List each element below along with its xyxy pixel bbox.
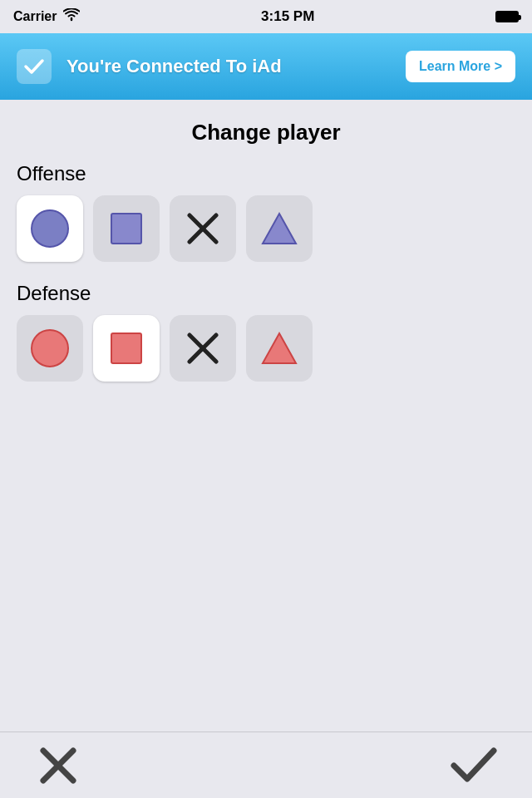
defense-x-button[interactable] xyxy=(170,315,236,382)
defense-section: Defense xyxy=(17,282,515,382)
defense-label: Defense xyxy=(17,282,515,305)
svg-rect-1 xyxy=(111,214,141,244)
offense-square-button[interactable] xyxy=(93,195,160,262)
offense-label: Offense xyxy=(17,162,515,185)
offense-circle-button[interactable] xyxy=(17,195,83,262)
offense-triangle-button[interactable] xyxy=(246,195,313,262)
offense-grid xyxy=(17,195,515,262)
svg-point-0 xyxy=(32,210,68,247)
battery-icon xyxy=(495,11,519,22)
offense-section: Offense xyxy=(17,162,515,262)
svg-marker-9 xyxy=(263,333,296,363)
main-content: Change player Offense xyxy=(0,100,532,382)
page-title: Change player xyxy=(17,120,515,145)
svg-point-5 xyxy=(32,330,68,367)
defense-grid xyxy=(17,315,515,382)
clock: 3:15 PM xyxy=(261,8,314,25)
status-bar: Carrier 3:15 PM xyxy=(0,0,532,33)
defense-circle-button[interactable] xyxy=(17,315,83,382)
svg-rect-6 xyxy=(111,333,141,363)
bottom-toolbar xyxy=(0,732,532,798)
learn-more-button[interactable]: Learn More > xyxy=(406,51,515,82)
defense-triangle-button[interactable] xyxy=(246,315,313,382)
carrier-label: Carrier xyxy=(13,9,57,24)
iad-banner: You're Connected To iAd Learn More > xyxy=(0,33,532,100)
cancel-button[interactable] xyxy=(33,741,83,791)
iad-title: You're Connected To iAd xyxy=(66,56,391,77)
offense-x-button[interactable] xyxy=(170,195,236,262)
iad-checkbox-icon xyxy=(17,49,52,84)
wifi-icon xyxy=(63,8,80,25)
defense-square-button[interactable] xyxy=(93,315,160,382)
confirm-button[interactable] xyxy=(449,741,499,791)
svg-marker-4 xyxy=(263,214,296,244)
